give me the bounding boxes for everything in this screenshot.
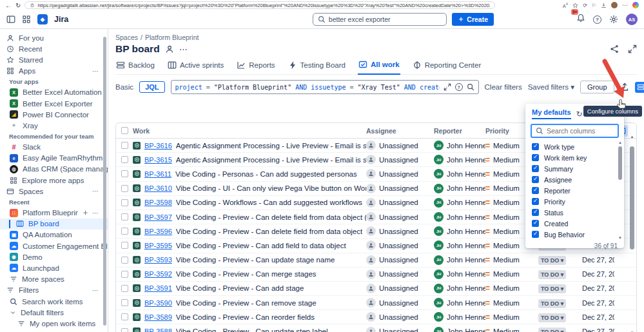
assignee-cell[interactable]: Unassigned [366, 141, 434, 150]
sidebar-item-starred[interactable]: Starred [0, 54, 108, 65]
group-button[interactable]: Group [580, 81, 614, 93]
status-badge[interactable]: TO DO ▾ [538, 270, 566, 279]
priority-cell[interactable]: = Medium [485, 255, 538, 264]
work-item-summary[interactable]: Vibe Coding - Preview - Can update stage… [176, 256, 335, 264]
status-badge[interactable]: TO DO ▾ [538, 313, 566, 322]
sidebar-item-easy-agile-teamrhythm[interactable]: e Easy Agile TeamRhythm [0, 153, 108, 164]
column-header-reporter[interactable]: Reporter [434, 127, 485, 135]
work-item-key-link[interactable]: BP-3616 [144, 142, 172, 150]
row-checkbox[interactable] [121, 313, 128, 320]
share-icon[interactable] [610, 44, 619, 54]
sidebar-item-xray[interactable]: ✦ Xray [0, 120, 108, 131]
jql-search-icon[interactable] [467, 83, 474, 91]
assignee-cell[interactable]: Unassigned [366, 284, 434, 293]
work-item-summary[interactable]: Vibe Coding - Workflows - Can add sugges… [176, 199, 362, 206]
row-checkbox[interactable] [121, 328, 128, 332]
work-item-summary[interactable]: Vibe Coding - Preview - Can merge stages [176, 270, 317, 278]
reporter-cell[interactable]: JH John Hennessy [434, 184, 485, 193]
column-header-assignee[interactable]: Assignee [366, 127, 434, 135]
space-more-icon[interactable]: ⋯ [92, 210, 99, 217]
sidebar-item-my-open-work-items[interactable]: My open work items [0, 318, 108, 329]
column-search-input[interactable] [547, 127, 614, 135]
priority-cell[interactable]: = Medium [485, 269, 538, 278]
basic-mode-button[interactable]: Basic [115, 83, 133, 91]
assignee-cell[interactable]: Unassigned [366, 312, 434, 322]
row-checkbox[interactable] [121, 271, 128, 278]
download-icon[interactable] [601, 3, 607, 8]
column-checkbox[interactable] [532, 209, 539, 216]
work-item-key-link[interactable]: BP-3590 [144, 299, 172, 307]
work-item-summary[interactable]: Agentic Assignment Processing - Live Pre… [176, 142, 366, 150]
assignee-cell[interactable]: Unassigned [366, 169, 434, 179]
table-row[interactable]: BP-3592 Vibe Coding - Preview - Can merg… [116, 268, 636, 282]
sidebar-item-demo[interactable]: ◉ Demo [0, 251, 108, 262]
sidebar-item-explore-more-apps[interactable]: Explore more apps [0, 175, 108, 186]
table-row[interactable]: BP-3593 Vibe Coding - Preview - Can upda… [116, 253, 636, 268]
work-item-key-link[interactable]: BP-3611 [144, 170, 171, 178]
notifications-button[interactable]: 9+ [576, 14, 585, 25]
reporter-cell[interactable]: JH John Hennessy [434, 255, 485, 265]
assignee-cell[interactable]: Unassigned [366, 155, 434, 164]
scroll-up-icon[interactable]: ▲ [629, 135, 635, 139]
reporter-cell[interactable]: JH John Hennessy [434, 141, 485, 150]
work-item-summary[interactable]: Vibe Coding - Preview - Can remove stage [176, 299, 317, 307]
tab-active-sprints[interactable]: Active sprints [167, 60, 224, 74]
status-cell[interactable]: TO DO ▾ [538, 256, 582, 264]
create-button[interactable]: ＋ Create [452, 13, 494, 26]
my-defaults-tab[interactable]: My defaults [532, 108, 571, 119]
column-list-item[interactable]: Created [525, 218, 624, 229]
zoom-text-icon[interactable]: AA [563, 2, 568, 9]
reporter-cell[interactable]: JH John Hennessy [434, 198, 485, 208]
select-all-checkbox[interactable] [121, 127, 128, 134]
work-item-key-link[interactable]: BP-3588 [144, 327, 172, 332]
table-row[interactable]: BP-3589 Vibe Coding - Preview - Can reor… [116, 310, 636, 324]
jira-logo[interactable]: ◆ [37, 14, 48, 24]
sidebar-item-filters[interactable]: Filters ⋯ [0, 285, 108, 296]
expand-editor-icon[interactable] [444, 83, 451, 91]
column-checkbox[interactable] [532, 231, 539, 238]
row-checkbox[interactable] [121, 156, 128, 163]
table-row[interactable]: BP-3588 Vibe Coding - Preview - Can upda… [116, 324, 636, 332]
sidebar-item-bp-board[interactable]: BP board [0, 219, 108, 229]
column-list-item[interactable]: Reporter [525, 185, 624, 196]
work-item-summary[interactable]: Vibe Coding - Preview - Can update step … [176, 327, 328, 332]
copilot-icon[interactable] [632, 2, 639, 8]
work-item-key-link[interactable]: BP-3615 [144, 156, 172, 164]
clear-filters-button[interactable]: Clear filters [485, 83, 522, 91]
column-list-item[interactable]: Bug Behavior [525, 229, 624, 240]
work-item-summary[interactable]: Vibe Coding - Personas - Can add suggest… [175, 170, 357, 178]
sidebar-item-default-filters[interactable]: Default filters [0, 307, 108, 318]
column-checkbox[interactable] [532, 154, 539, 161]
global-search[interactable] [313, 13, 447, 26]
status-cell[interactable]: TO DO ▾ [538, 299, 582, 307]
reporter-cell[interactable]: JH John Hennessy [434, 240, 485, 250]
jql-mode-button[interactable]: JQL [139, 81, 164, 93]
priority-cell[interactable]: = Medium [485, 327, 538, 332]
work-item-summary[interactable]: Vibe Coding - Preview - Can reorder fiel… [176, 313, 315, 321]
work-item-key-link[interactable]: BP-3589 [144, 313, 172, 321]
reporter-cell[interactable]: JH John Hennessy [434, 269, 485, 279]
board-members-icon[interactable] [165, 44, 174, 54]
work-item-key-link[interactable]: BP-3596 [144, 228, 172, 235]
work-item-key-link[interactable]: BP-3595 [144, 242, 172, 249]
assignee-cell[interactable]: Unassigned [366, 184, 434, 193]
settings-gear-icon[interactable] [609, 15, 618, 24]
sidebar-item-spaces[interactable]: Spaces ⋯ [0, 186, 108, 197]
column-list-item[interactable]: Work item key [525, 152, 624, 163]
sidebar-item-launchpad[interactable]: ☁ Launchpad [0, 262, 108, 273]
reporter-cell[interactable]: JH John Hennessy [434, 298, 485, 308]
priority-cell[interactable]: = Medium [485, 284, 538, 293]
status-badge[interactable]: TO DO ▾ [538, 327, 566, 332]
status-badge[interactable]: TO DO ▾ [538, 299, 566, 308]
row-checkbox[interactable] [121, 228, 128, 235]
tab-testing-board[interactable]: Testing Board [288, 60, 346, 74]
assignee-cell[interactable]: Unassigned [366, 212, 434, 222]
tab-reports[interactable]: Reports [236, 60, 275, 74]
assignee-cell[interactable]: Unassigned [366, 255, 434, 265]
sidebar-item-apps[interactable]: Apps ⋯ [0, 66, 108, 77]
work-item-summary[interactable]: Vibe Coding - Preview - Can delete field… [176, 228, 362, 235]
assignee-cell[interactable]: Unassigned [366, 298, 434, 308]
sidebar-item-more-spaces[interactable]: More spaces [0, 274, 108, 285]
row-checkbox[interactable] [121, 142, 128, 149]
work-item-summary[interactable]: Vibe Coding - Preview - Can add stage [176, 284, 304, 292]
